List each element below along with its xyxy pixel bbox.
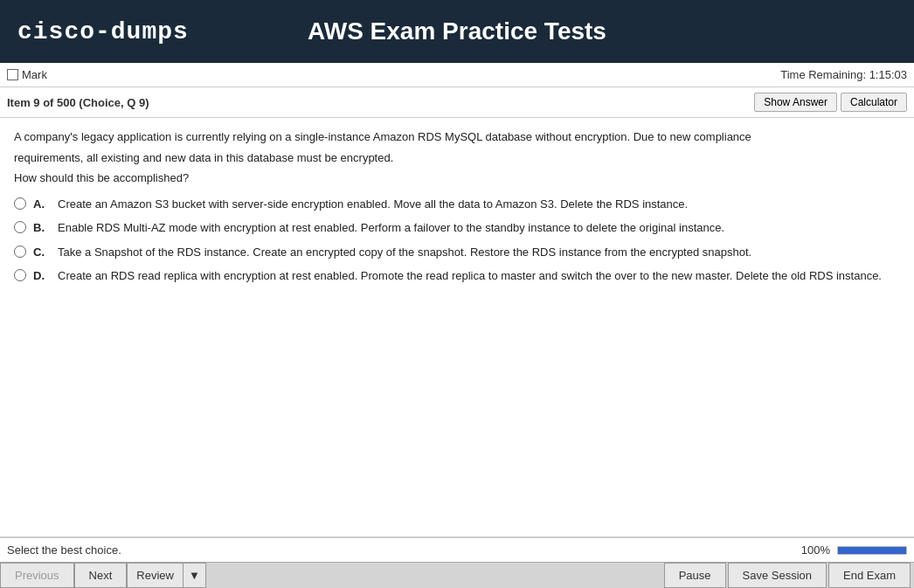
progress-bar-container [837, 546, 907, 555]
option-a-radio[interactable] [14, 197, 26, 210]
option-d-label: D. [33, 267, 51, 285]
question-text-line-3: How should this be accomplished? [14, 169, 900, 187]
question-text-area: A company's legacy application is curren… [14, 128, 900, 285]
option-b-text: Enable RDS Multi-AZ mode with encryption… [58, 219, 900, 237]
option-a-label: A. [33, 196, 51, 213]
option-c-label: C. [33, 244, 51, 261]
next-button[interactable]: Next [74, 563, 128, 588]
question-area: Item 9 of 500 (Choice, Q 9) Show Answer … [0, 87, 914, 537]
option-d-text: Create an RDS read replica with encrypti… [58, 267, 900, 285]
options-list: A. Create an Amazon S3 bucket with serve… [14, 196, 900, 285]
status-bar: Select the best choice. 100% [0, 537, 914, 562]
option-d-radio[interactable] [14, 269, 26, 281]
question-text-line-1: A company's legacy application is curren… [14, 128, 900, 146]
status-instruction: Select the best choice. [7, 543, 121, 557]
option-c[interactable]: C. Take a Snapshot of the RDS instance. … [14, 244, 900, 261]
progress-bar-fill [838, 547, 906, 554]
review-arrow-icon[interactable]: ▼ [183, 564, 205, 587]
option-a-text: Create an Amazon S3 bucket with server-s… [58, 196, 900, 213]
mark-row: Mark Time Remaining: 1:15:03 [0, 63, 914, 87]
pause-button[interactable]: Pause [664, 563, 726, 588]
question-content: A company's legacy application is curren… [0, 118, 914, 295]
mark-text: Mark [22, 68, 47, 81]
progress-area: 100% [801, 543, 907, 557]
page-title: AWS Exam Practice Tests [308, 17, 606, 45]
time-value: 1:15:03 [869, 68, 907, 81]
app-logo: cisco-dumps [17, 18, 189, 45]
option-a[interactable]: A. Create an Amazon S3 bucket with serve… [14, 196, 900, 213]
nav-bar: Previous Next Review ▼ Pause Save Sessio… [0, 562, 914, 588]
option-d[interactable]: D. Create an RDS read replica with encry… [14, 267, 900, 285]
question-buttons: Show Answer Calculator [754, 93, 907, 112]
question-text-line-2: requirements, all existing and new data … [14, 149, 900, 167]
show-answer-button[interactable]: Show Answer [754, 93, 837, 112]
save-session-button[interactable]: Save Session [728, 563, 827, 588]
question-header: Item 9 of 500 (Choice, Q 9) Show Answer … [0, 87, 914, 118]
previous-button[interactable]: Previous [0, 563, 74, 588]
option-b[interactable]: B. Enable RDS Multi-AZ mode with encrypt… [14, 219, 900, 237]
option-c-radio[interactable] [14, 246, 26, 258]
nav-right: Pause Save Session End Exam [664, 563, 914, 588]
time-remaining: Time Remaining: 1:15:03 [780, 68, 907, 81]
option-b-radio[interactable] [14, 221, 26, 233]
mark-checkbox[interactable] [7, 69, 18, 80]
review-label: Review [128, 569, 183, 582]
option-c-text: Take a Snapshot of the RDS instance. Cre… [58, 244, 900, 261]
progress-percent: 100% [801, 543, 830, 557]
question-info: Item 9 of 500 (Choice, Q 9) [7, 96, 149, 109]
calculator-button[interactable]: Calculator [841, 93, 907, 112]
end-exam-button[interactable]: End Exam [828, 563, 911, 588]
option-b-label: B. [33, 219, 51, 237]
mark-label[interactable]: Mark [7, 68, 47, 81]
nav-left: Previous Next Review ▼ [0, 563, 206, 588]
review-button[interactable]: Review ▼ [127, 563, 206, 588]
